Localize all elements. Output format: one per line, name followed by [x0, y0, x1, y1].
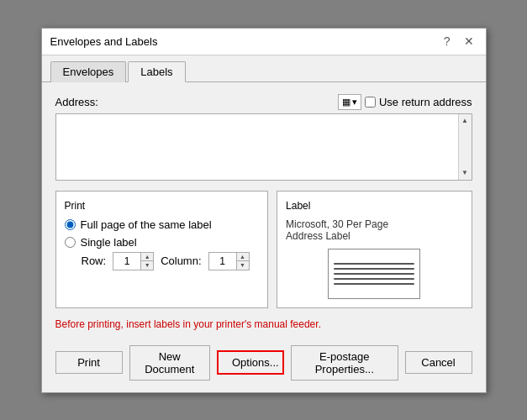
label-line2: Address Label [286, 230, 462, 242]
help-button[interactable]: ? [440, 34, 454, 49]
row-spinner: ▲ ▼ [113, 252, 154, 270]
scroll-down-button[interactable]: ▼ [459, 166, 472, 180]
address-toolbar: ▦ ▾ Use return address [338, 94, 472, 110]
label-preview-line-5 [334, 283, 414, 285]
return-address-wrap: Use return address [365, 96, 472, 108]
address-book-dropdown: ▾ [352, 97, 357, 108]
print-panel: Print Full page of the same label Single… [55, 191, 269, 308]
col-arrows: ▲ ▼ [236, 253, 249, 270]
cancel-button[interactable]: Cancel [405, 351, 472, 374]
row-label: Row: [82, 255, 107, 267]
row-col-group: Row: ▲ ▼ Column: ▲ ▼ [82, 252, 260, 270]
print-panel-title: Print [65, 200, 260, 212]
col-up-button[interactable]: ▲ [237, 253, 249, 261]
tab-labels[interactable]: Labels [128, 61, 185, 82]
col-label: Column: [161, 255, 201, 267]
address-label-row: Address: ▦ ▾ Use return address [55, 94, 472, 110]
scroll-up-button[interactable]: ▲ [459, 114, 472, 128]
options-button[interactable]: Options... [217, 350, 284, 375]
row-input[interactable] [113, 255, 140, 268]
button-row: Print New Document Options... E-postage … [55, 342, 472, 381]
col-input[interactable] [209, 255, 236, 268]
label-preview-line-3 [334, 273, 414, 275]
address-textarea-wrap: ▲ ▼ [55, 113, 472, 181]
full-page-option[interactable]: Full page of the same label [65, 218, 260, 231]
tab-envelopes[interactable]: Envelopes [50, 61, 127, 82]
title-controls: ? ✕ [440, 34, 477, 49]
label-preview-line-1 [334, 263, 414, 265]
col-spinner: ▲ ▼ [208, 252, 250, 270]
address-input[interactable] [56, 114, 458, 180]
row-down-button[interactable]: ▼ [141, 261, 153, 270]
address-section: Address: ▦ ▾ Use return address ▲ ▼ [55, 94, 472, 181]
dialog-body: Address: ▦ ▾ Use return address ▲ ▼ [42, 82, 486, 392]
use-return-address-checkbox[interactable] [365, 97, 376, 108]
label-panel: Label Microsoft, 30 Per Page Address Lab… [277, 191, 472, 308]
single-label-radio[interactable] [65, 237, 76, 248]
address-label: Address: [55, 96, 98, 108]
label-line1: Microsoft, 30 Per Page [286, 218, 462, 230]
label-preview [328, 249, 420, 299]
col-down-button[interactable]: ▼ [237, 261, 249, 270]
label-info: Microsoft, 30 Per Page Address Label [286, 218, 462, 242]
row-up-button[interactable]: ▲ [141, 253, 153, 261]
new-document-button[interactable]: New Document [129, 345, 211, 381]
full-page-label: Full page of the same label [81, 218, 212, 231]
scrollbar-vertical: ▲ ▼ [458, 114, 472, 180]
panels-row: Print Full page of the same label Single… [55, 191, 472, 308]
envelopes-and-labels-dialog: Envelopes and Labels ? ✕ Envelopes Label… [41, 28, 487, 393]
row-arrows: ▲ ▼ [140, 253, 153, 270]
label-preview-line-4 [334, 278, 414, 280]
label-preview-line-2 [334, 268, 414, 270]
use-return-address-label: Use return address [379, 96, 472, 108]
epostage-button[interactable]: E-postage Properties... [291, 345, 398, 381]
address-book-button[interactable]: ▦ ▾ [338, 94, 361, 110]
print-button[interactable]: Print [55, 351, 123, 374]
single-label-label: Single label [81, 236, 137, 249]
print-options: Full page of the same label Single label [65, 218, 260, 249]
dialog-title: Envelopes and Labels [50, 35, 158, 48]
address-book-icon: ▦ [342, 97, 350, 108]
title-bar: Envelopes and Labels ? ✕ [42, 29, 486, 55]
tab-bar: Envelopes Labels [42, 55, 486, 82]
close-button[interactable]: ✕ [461, 34, 477, 49]
full-page-radio[interactable] [65, 219, 76, 230]
single-label-option[interactable]: Single label [65, 236, 260, 249]
hint-text: Before printing, insert labels in your p… [55, 318, 472, 330]
label-panel-title: Label [286, 200, 462, 212]
